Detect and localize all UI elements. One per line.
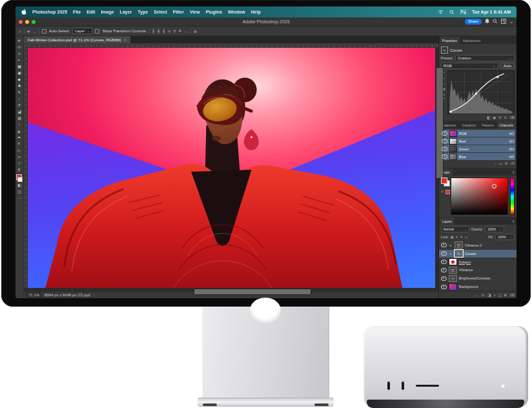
align-top-icon[interactable]: ╤ [168,29,170,33]
opacity-field[interactable]: 100% ⌄ [485,226,504,232]
lock-paint-icon[interactable]: ✎ [460,235,463,239]
tab-patterns[interactable]: Patterns [479,121,496,128]
view-previous-state-icon[interactable]: ◉ [493,116,496,119]
background-color-swatch[interactable] [17,177,23,182]
close-tab-icon[interactable]: ✕ [123,38,126,42]
marquee-tool-icon[interactable]: ▭ [17,44,21,50]
menu-item-edit[interactable]: Edit [87,10,95,14]
layer-row-background[interactable]: Background [439,283,517,291]
layer-name[interactable]: Background [459,285,478,289]
channel-row-rgb[interactable]: RGB ⌘2 [440,130,515,137]
foreground-color-swatch[interactable] [441,178,447,184]
adjustment-layer-icon[interactable]: ◑ [493,293,495,297]
healing-brush-tool-icon[interactable]: ✚ [17,83,21,89]
control-center-icon[interactable] [460,10,466,14]
delete-layer-icon[interactable]: ⌫ [509,293,515,297]
color-swatches[interactable] [16,174,23,182]
channel-row-red[interactable]: Red ⌘3 [440,138,515,145]
path-selection-tool-icon[interactable]: ▷ [17,147,21,154]
tab-properties[interactable]: Properties [440,37,460,44]
menu-item-help[interactable]: Help [251,10,261,14]
reset-icon[interactable]: ↺ [498,116,502,119]
curves-adjustment-icon[interactable]: ∿ [455,250,463,257]
type-tool-icon[interactable]: T [17,141,21,147]
horizontal-scrollbar[interactable] [24,288,438,291]
layer-row-vibrance[interactable]: ▽ Vibrance [439,266,517,274]
show-transform-checkbox[interactable] [95,29,99,34]
object-selection-tool-icon[interactable]: ⌖ [17,57,21,63]
gear-icon[interactable]: ⚙ [194,29,197,34]
tab-gradients[interactable]: Gradients [460,121,479,128]
auto-select-target-select[interactable]: Layer ⌄ [72,28,92,34]
panel-menu-icon[interactable]: ≡ [512,219,516,223]
auto-select-checkbox[interactable] [42,29,46,34]
vertical-scrollbar[interactable] [435,48,438,288]
vertical-scrollbar-thumb[interactable] [436,67,444,179]
eye-icon[interactable] [442,131,447,136]
wifi-icon[interactable] [438,10,444,14]
vibrance-adjustment-icon[interactable]: ▽ [449,267,457,274]
clone-stamp-tool-icon[interactable]: ♁ [17,96,21,102]
menu-bar-clock[interactable]: Tue Apr 1 9:41 AM [472,10,511,14]
notifications-icon[interactable] [485,19,489,25]
layer-row-curves[interactable]: ↳ ∿ Curves [439,250,517,258]
menu-item-view[interactable]: View [190,10,200,14]
brush-tool-icon[interactable]: ✎ [17,89,21,96]
menu-item-window[interactable]: Window [228,10,245,14]
eyedropper-tool-icon[interactable]: ◆ [17,76,21,83]
lock-all-icon[interactable]: ◻ [465,235,467,239]
delete-channel-icon[interactable]: ⌫ [510,161,515,165]
gamut-warning-icon[interactable]: ⚠ [441,189,444,193]
layer-row-subject[interactable]: Subject [439,258,517,267]
share-button[interactable]: Share [465,19,482,25]
eye-icon[interactable] [441,285,447,289]
apple-menu[interactable] [21,9,26,15]
document-canvas[interactable] [28,48,435,288]
dodge-tool-icon[interactable]: ◭ [17,128,21,134]
layer-thumbnail[interactable] [449,283,457,291]
eraser-tool-icon[interactable]: ◪ [17,108,21,115]
brightness-contrast-icon[interactable]: ☼ [449,275,457,282]
layer-name[interactable]: Vibrance [459,268,473,272]
align-right-icon[interactable]: ╢ [163,29,165,33]
channel-row-green[interactable]: Green ⌘4 [440,145,515,152]
layer-thumbnail[interactable] [449,258,457,265]
curves-graph[interactable] [447,70,515,114]
blur-tool-icon[interactable]: ◔ [17,121,21,128]
color-picker-marker[interactable] [492,184,496,189]
saturation-brightness-field[interactable] [451,178,508,215]
new-channel-icon[interactable]: ⊞ [505,161,507,165]
menu-item-file[interactable]: File [73,10,81,14]
auto-button[interactable]: Auto [500,63,515,69]
layer-name[interactable]: Curves [465,252,476,256]
load-selection-icon[interactable]: ○ [495,161,496,165]
eye-icon[interactable] [441,268,447,272]
crop-tool-icon[interactable]: ▦ [17,63,21,70]
menu-item-plugins[interactable]: Plugins [206,10,222,14]
layer-name[interactable]: Brightness/Contrast [459,276,490,280]
new-layer-icon[interactable]: ⊞ [504,293,507,297]
eye-icon[interactable] [442,154,447,159]
hand-tool-icon[interactable]: ☞ [17,160,21,167]
align-bottom-icon[interactable]: ╧ [178,29,181,33]
document-tab[interactable]: Fall-Winter-Collection.psd @ 71.1% (Curv… [24,36,130,43]
align-center-icon[interactable]: ╫ [157,29,159,33]
move-tool-preset-icon[interactable]: ✛ [27,29,30,34]
lasso-tool-icon[interactable]: ∿ [17,50,21,57]
vibrance-adjustment-icon[interactable]: ▽ [455,241,463,249]
ruler-horizontal[interactable] [24,43,438,48]
zoom-tool-icon[interactable]: ⚲ [17,167,21,173]
hue-slider[interactable] [510,178,515,215]
menu-item-select[interactable]: Select [154,10,167,14]
status-chevron-icon[interactable]: › [94,293,95,297]
blend-mode-select[interactable]: Normal ⌄ [441,226,469,232]
search-icon[interactable] [493,19,498,25]
eye-icon[interactable] [441,260,447,264]
menu-item-layer[interactable]: Layer [120,10,132,14]
edit-toolbar-icon[interactable]: ⋯ [17,195,21,201]
eye-icon[interactable] [441,276,447,281]
frame-tool-icon[interactable]: ▣ [17,70,21,76]
more-align-options-icon[interactable]: ⋯ [184,29,188,34]
preset-select[interactable]: Custom ⌄ [455,55,515,61]
eye-icon[interactable] [441,243,447,247]
